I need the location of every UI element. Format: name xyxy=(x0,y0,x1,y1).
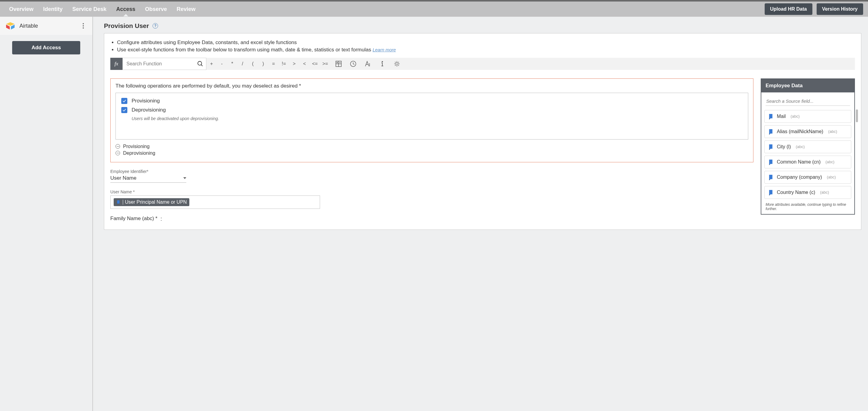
tab-overview[interactable]: Overview xyxy=(8,2,34,16)
op-rparen[interactable]: ) xyxy=(258,58,268,69)
username-input[interactable]: User Principal Name or UPN xyxy=(110,196,320,209)
main-content: Provision User ? Configure attributes us… xyxy=(93,17,868,411)
collapse-icon xyxy=(116,144,120,149)
text-icon[interactable] xyxy=(364,60,372,68)
emp-item-name: City (l) xyxy=(777,144,791,150)
emp-item-alias[interactable]: Alias (mailNickName) (abc) xyxy=(764,125,851,138)
family-name-colon: : xyxy=(160,216,162,223)
attribute-icon xyxy=(768,128,774,135)
deprovisioning-checkbox-row[interactable]: Deprovisioning xyxy=(121,107,742,113)
svg-rect-19 xyxy=(117,200,119,204)
username-token[interactable]: User Principal Name or UPN xyxy=(114,198,189,206)
tab-access[interactable]: Access xyxy=(116,2,136,16)
operations-checkbox-group: Provisioning Deprovisioning Users will b… xyxy=(116,93,748,140)
svg-rect-29 xyxy=(769,175,773,179)
clock-icon[interactable] xyxy=(349,60,357,68)
help-icon[interactable]: ? xyxy=(153,23,158,29)
emp-item-city[interactable]: City (l) (abc) xyxy=(764,141,851,153)
emp-item-type: (abc) xyxy=(796,144,805,149)
provisioning-collapse[interactable]: Provisioning xyxy=(116,144,748,149)
emp-item-name: Mail xyxy=(777,114,786,119)
username-field: User Name * User Principal Name or UPN xyxy=(110,189,753,209)
operations-prompt: The following operations are performed b… xyxy=(116,83,748,89)
svg-point-18 xyxy=(396,63,398,65)
checkbox-checked-icon xyxy=(121,98,127,104)
function-toolbar: fx + - * / ( ) = != > < xyxy=(110,58,855,70)
airtable-logo-icon xyxy=(5,22,15,30)
emp-item-type: (abc) xyxy=(826,159,835,164)
sidebar-app-menu-button[interactable] xyxy=(80,22,87,29)
employee-data-search-input[interactable] xyxy=(766,97,850,106)
op-minus[interactable]: - xyxy=(217,58,227,69)
tab-review[interactable]: Review xyxy=(176,2,196,16)
op-divide[interactable]: / xyxy=(237,58,248,69)
config-panel: Configure attributes using Employee Data… xyxy=(104,33,861,230)
info-icon[interactable] xyxy=(378,60,386,68)
employee-identifier-dropdown[interactable]: User Name xyxy=(110,175,186,183)
employee-identifier-label: Employee Identifier* xyxy=(110,169,753,174)
top-actions: Upload HR Data Version History xyxy=(765,3,863,15)
username-token-text: User Principal Name or UPN xyxy=(125,199,187,205)
op-gte[interactable]: >= xyxy=(320,58,330,69)
emp-item-name: Country Name (c) xyxy=(777,190,815,195)
tip-line-1: Configure attributes using Employee Data… xyxy=(117,39,855,46)
deprovisioning-collapse-label: Deprovisioning xyxy=(123,150,155,156)
emp-item-mail[interactable]: Mail (abc) xyxy=(764,110,851,123)
sidebar-app[interactable]: Airtable xyxy=(5,22,38,30)
function-search-input[interactable] xyxy=(123,58,206,69)
svg-marker-22 xyxy=(769,118,771,119)
search-icon xyxy=(197,60,204,67)
svg-marker-32 xyxy=(769,194,771,196)
math-icon[interactable] xyxy=(335,60,343,68)
emp-item-cn[interactable]: Common Name (cn) (abc) xyxy=(764,156,851,169)
emp-item-type: (abc) xyxy=(790,114,800,119)
sidebar-app-name: Airtable xyxy=(20,23,38,29)
fx-badge-icon: fx xyxy=(110,58,122,70)
tip-list: Configure attributes using Employee Data… xyxy=(110,39,855,54)
op-gt[interactable]: > xyxy=(289,58,299,69)
deprovisioning-collapse[interactable]: Deprovisioning xyxy=(116,150,748,156)
settings-icon[interactable] xyxy=(393,60,401,68)
attribute-icon xyxy=(768,159,774,165)
svg-marker-28 xyxy=(769,164,771,165)
svg-marker-26 xyxy=(769,149,771,150)
employee-data-header: Employee Data xyxy=(761,79,854,92)
tab-observe[interactable]: Observe xyxy=(144,2,167,16)
op-lt[interactable]: < xyxy=(299,58,310,69)
op-plus[interactable]: + xyxy=(206,58,217,69)
top-nav-bar: Overview Identity Service Desk Access Ob… xyxy=(0,0,868,17)
svg-line-13 xyxy=(353,64,354,64)
emp-item-country[interactable]: Country Name (c) (abc) xyxy=(764,186,851,199)
employee-data-more-hint: More attributes available, continue typi… xyxy=(761,201,854,214)
employee-identifier-value: User Name xyxy=(110,175,136,181)
op-lparen[interactable]: ( xyxy=(248,58,258,69)
deprovisioning-note: Users will be deactivated upon deprovisi… xyxy=(132,116,742,121)
provisioning-collapse-label: Provisioning xyxy=(123,144,150,149)
employee-data-panel: Employee Data Mail (abc) xyxy=(761,79,855,215)
learn-more-link[interactable]: Learn more xyxy=(373,47,396,52)
attribute-icon xyxy=(768,113,774,119)
attribute-icon xyxy=(768,189,774,196)
employee-data-search[interactable] xyxy=(766,97,850,106)
op-eq[interactable]: = xyxy=(268,58,279,69)
upload-hr-data-button[interactable]: Upload HR Data xyxy=(765,3,812,15)
emp-item-company[interactable]: Company (company) (abc) xyxy=(764,171,851,184)
fx-category-icons xyxy=(330,58,405,70)
op-multiply[interactable]: * xyxy=(227,58,237,69)
tab-identity[interactable]: Identity xyxy=(42,2,63,16)
emp-item-name: Alias (mailNickName) xyxy=(777,129,823,135)
op-lte[interactable]: <= xyxy=(310,58,320,69)
svg-marker-2 xyxy=(11,25,14,29)
attribute-icon xyxy=(768,174,774,180)
function-search[interactable] xyxy=(122,58,206,70)
emp-item-type: (abc) xyxy=(828,129,837,134)
emp-item-name: Company (company) xyxy=(777,175,822,180)
tab-service-desk[interactable]: Service Desk xyxy=(72,2,107,16)
op-neq[interactable]: != xyxy=(279,58,289,69)
version-history-button[interactable]: Version History xyxy=(817,3,863,15)
family-name-label: Family Name (abc) * xyxy=(110,215,157,222)
more-vertical-icon xyxy=(83,25,84,26)
scrollbar[interactable] xyxy=(856,110,858,122)
provisioning-checkbox-row[interactable]: Provisioning xyxy=(121,98,742,104)
add-access-button[interactable]: Add Access xyxy=(12,41,80,54)
